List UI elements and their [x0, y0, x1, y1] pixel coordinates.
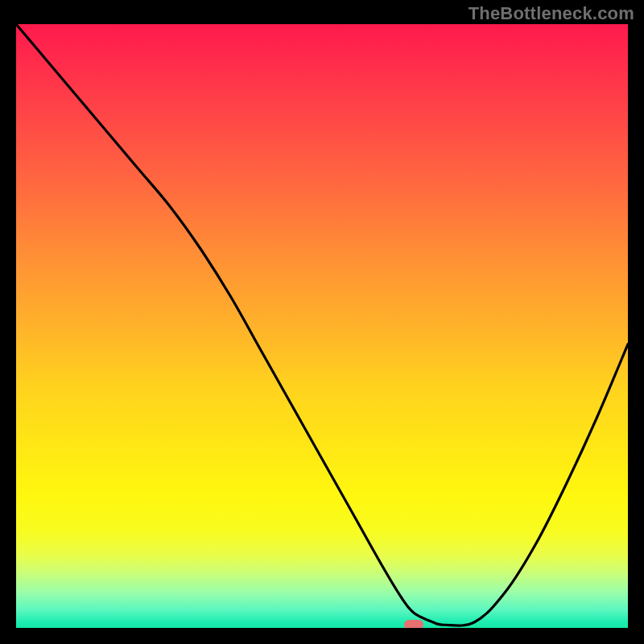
optimal-point-marker	[404, 620, 423, 628]
plot-area	[16, 24, 628, 628]
chart-frame: TheBottleneck.com	[0, 0, 644, 644]
bottleneck-curve	[16, 24, 628, 628]
watermark-text: TheBottleneck.com	[469, 3, 634, 24]
